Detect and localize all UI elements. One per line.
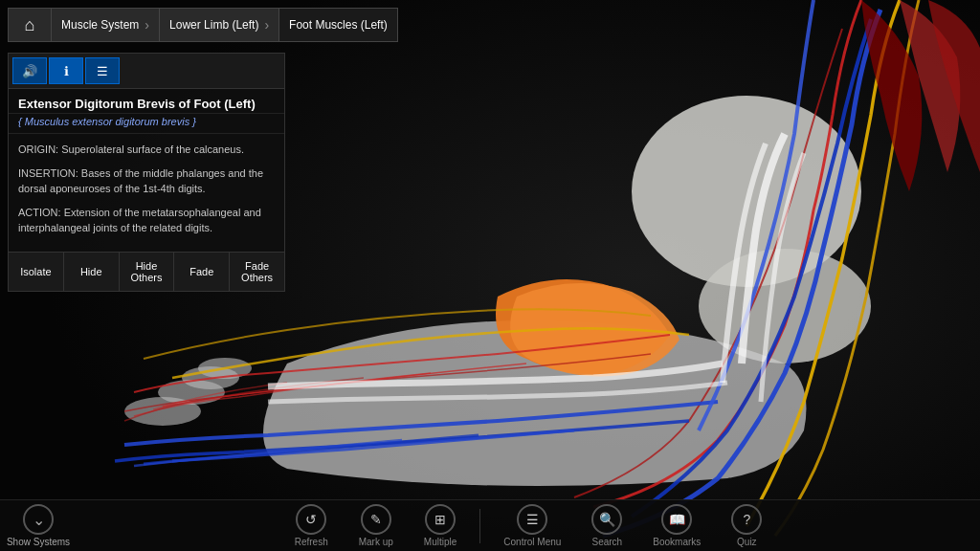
fade-others-button[interactable]: Fade Others	[230, 253, 284, 291]
top-navigation: ⌂ Muscle System › Lower Limb (Left) › Fo…	[8, 8, 398, 42]
markup-button[interactable]: ✎ Mark up	[344, 500, 409, 551]
notes-button[interactable]: ☰	[85, 57, 120, 84]
bookmarks-button[interactable]: 📖 Bookmarks	[637, 500, 716, 551]
quiz-button[interactable]: ? Quiz	[716, 500, 777, 551]
bottom-tools: ↺ Refresh ✎ Mark up ⊞ Multiple ☰ Control…	[77, 500, 980, 551]
insertion-text: INSERTION: Bases of the middle phalanges…	[18, 165, 275, 197]
search-button[interactable]: 🔍 Search	[576, 500, 637, 551]
multiple-button[interactable]: ⊞ Multiple	[409, 500, 472, 551]
refresh-button[interactable]: ↺ Refresh	[279, 500, 344, 551]
show-systems-button[interactable]: ⌄ Show Systems	[0, 498, 77, 551]
chevron-down-icon: ⌄	[23, 504, 54, 535]
tool-group-right: ☰ Control Menu 🔍 Search 📖 Bookmarks ? Qu…	[488, 500, 777, 551]
action-text: ACTION: Extension of the metatarsophalan…	[18, 205, 275, 236]
audio-button[interactable]: 🔊	[12, 57, 47, 84]
muscle-subtitle: { Musculus extensor digitorum brevis }	[9, 114, 284, 134]
muscle-title: Extensor Digitorum Brevis of Foot (Left)	[9, 89, 284, 114]
search-icon: 🔍	[591, 504, 622, 535]
origin-text: ORIGIN: Superolateral surface of the cal…	[18, 142, 275, 158]
control-menu-button[interactable]: ☰ Control Menu	[488, 500, 576, 551]
hide-others-button[interactable]: Hide Others	[120, 253, 175, 291]
isolate-button[interactable]: Isolate	[9, 253, 64, 291]
bottom-toolbar: ⌄ Show Systems ↺ Refresh ✎ Mark up ⊞ Mul…	[0, 499, 980, 551]
hide-button[interactable]: Hide	[64, 253, 120, 291]
bookmarks-icon: 📖	[661, 504, 692, 535]
breadcrumb-lower-limb[interactable]: Lower Limb (Left) ›	[160, 8, 279, 42]
info-panel: 🔊 ℹ ☰ Extensor Digitorum Brevis of Foot …	[8, 53, 285, 292]
home-button[interactable]: ⌂	[8, 8, 52, 42]
tool-group-left: ↺ Refresh ✎ Mark up ⊞ Multiple	[279, 500, 473, 551]
fade-button[interactable]: Fade	[174, 253, 230, 291]
markup-icon: ✎	[361, 504, 391, 535]
info-button[interactable]: ℹ	[49, 57, 83, 84]
action-buttons: Isolate Hide Hide Others Fade Fade Other…	[9, 252, 284, 291]
toolbar-divider	[479, 509, 480, 543]
quiz-icon: ?	[731, 504, 762, 535]
multiple-icon: ⊞	[425, 504, 456, 535]
refresh-icon: ↺	[296, 504, 326, 535]
breadcrumb-muscle-system[interactable]: Muscle System ›	[52, 8, 160, 42]
info-toolbar: 🔊 ℹ ☰	[9, 54, 284, 89]
control-menu-icon: ☰	[517, 504, 547, 535]
breadcrumb-foot-muscles[interactable]: Foot Muscles (Left)	[279, 8, 398, 42]
muscle-info-content: ORIGIN: Superolateral surface of the cal…	[9, 134, 284, 252]
